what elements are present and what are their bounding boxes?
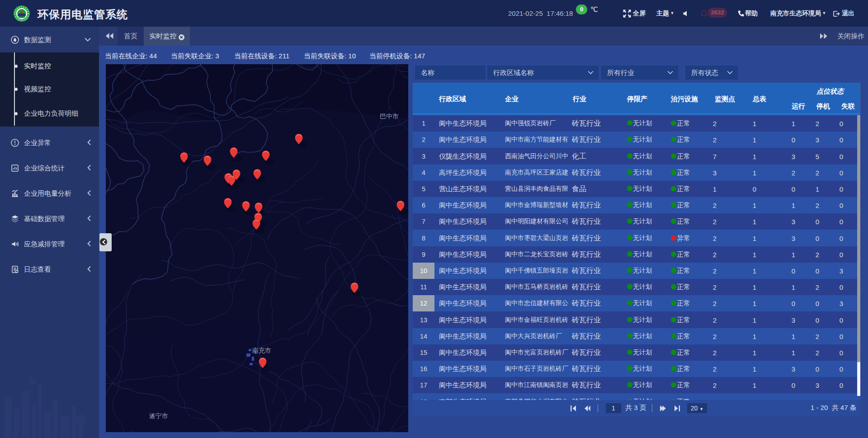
svg-text:巴中市: 巴中市 <box>380 113 399 120</box>
svg-text:遂宁市: 遂宁市 <box>149 412 168 419</box>
svg-text:南充市: 南充市 <box>252 347 271 354</box>
